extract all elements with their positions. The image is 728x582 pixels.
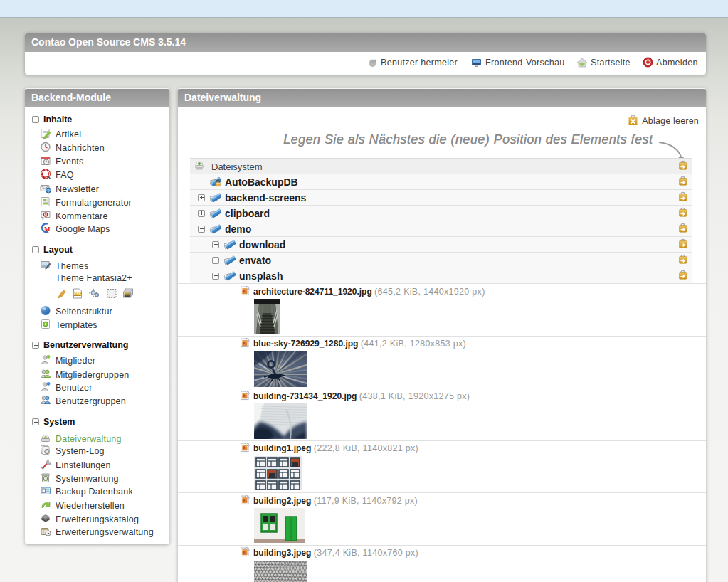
svg-text:CSS: CSS [74, 292, 81, 295]
svg-text:M: M [44, 226, 51, 233]
